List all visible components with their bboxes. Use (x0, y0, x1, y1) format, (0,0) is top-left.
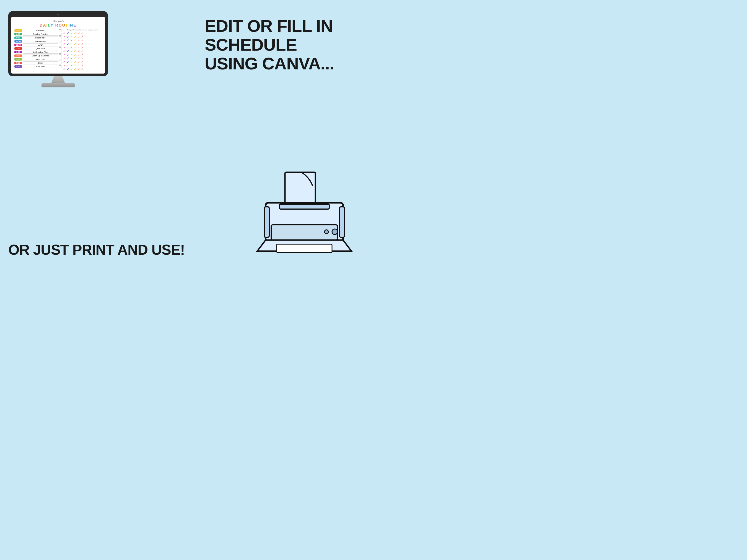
table-row: 9:00 Snack Time (15, 36, 61, 39)
monitor-screen: Charlotte's DAILY ROUTINE 7:00 Breakfast (11, 17, 105, 74)
time-badge: 8:00 (15, 33, 22, 35)
check-mark: ✓ (77, 46, 80, 49)
check-mark: ✓ (63, 43, 66, 46)
activity-cell: Breakfast (23, 29, 58, 32)
time-badge: 2:00 (15, 51, 22, 53)
table-row: 3:00 Clean Up & Chores (15, 54, 61, 57)
activity-cell: Reading Practice (23, 33, 58, 36)
activity-cell: Bed Time (23, 65, 58, 68)
svg-rect-6 (339, 207, 344, 237)
edit-title-line1: EDiT OR FiLL iN SCHEDULE (205, 16, 333, 54)
check-mark: ✓ (70, 68, 73, 71)
check-mark: ✓ (63, 57, 66, 60)
check-mark: ✓ (63, 64, 66, 67)
time-badge: 3:00 (15, 54, 22, 57)
monitor-stand (8, 76, 108, 83)
check-mark: ✓ (74, 39, 76, 42)
check-mark: ✓ (74, 35, 76, 38)
table-row: 2:00 Art/Creative Play (15, 51, 61, 54)
check-mark: ✓ (70, 35, 73, 38)
schedule-table: 7:00 Breakfast 8:00 Reading Practice 9:0… (15, 29, 61, 71)
check-mark: ✓ (70, 53, 73, 56)
check-mark: ✓ (70, 60, 73, 63)
monitor-stand-neck (51, 76, 65, 83)
table-row: 7:00 Breakfast (15, 29, 61, 32)
check-mark: ✓ (63, 35, 66, 38)
check-mark: ✓ (70, 46, 73, 49)
check-mark: ✓ (81, 32, 83, 35)
check-mark: ✓ (70, 57, 73, 60)
check-mark: ✓ (74, 50, 76, 53)
check-mark: ✓ (67, 46, 69, 49)
time-badge: 1:00 (15, 47, 22, 50)
table-row: 5:30 Dinner (15, 61, 61, 64)
check-mark: ✓ (70, 50, 73, 53)
check-mark: ✓ (70, 39, 73, 42)
printer-svg (249, 169, 360, 275)
edit-fill-title: EDiT OR FiLL iN SCHEDULE USiNG CANVA... (205, 17, 365, 73)
check-mark: ✓ (63, 32, 66, 35)
check-column-red: ✓ ✓ ✓ ✓ ✓ ✓ ✓ ✓ ✓ ✓ ✓ (81, 32, 83, 71)
check-mark: ✓ (74, 46, 76, 49)
check-mark: ✓ (70, 32, 73, 35)
checkbox-cell (59, 51, 61, 54)
check-mark: ✓ (81, 39, 83, 42)
time-badge: 7:00 (15, 29, 22, 32)
print-use-text-section: OR JUST PRiNT AND USE! (8, 241, 185, 258)
check-mark: ✓ (77, 35, 80, 38)
checkbox-cell (59, 44, 61, 47)
check-mark: ✓ (70, 43, 73, 46)
check-mark: ✓ (81, 60, 83, 63)
checkbox-cell (59, 58, 61, 61)
check-mark: ✓ (63, 46, 66, 49)
svg-rect-0 (285, 172, 315, 206)
svg-point-7 (332, 229, 337, 235)
check-mark: ✓ (63, 39, 66, 42)
activity-cell: Quiet Time (23, 47, 58, 50)
activity-cell: Lunch (23, 44, 58, 47)
table-row: 8:00 Bed Time (15, 65, 61, 68)
check-mark: ✓ (77, 60, 80, 63)
svg-point-8 (325, 230, 328, 234)
checkbox-cell (59, 36, 61, 39)
check-column-pink: ✓ ✓ ✓ ✓ ✓ ✓ ✓ ✓ ✓ ✓ ✓ (63, 32, 66, 71)
check-mark: ✓ (81, 64, 83, 67)
check-mark: ✓ (63, 68, 66, 71)
check-mark: ✓ (74, 43, 76, 46)
check-mark: ✓ (70, 64, 73, 67)
check-mark: ✓ (77, 64, 80, 67)
activity-cell: Dinner (23, 61, 58, 64)
check-mark: ✓ (81, 46, 83, 49)
check-mark: ✓ (67, 35, 69, 38)
check-mark: ✓ (77, 68, 80, 71)
checkbox-cell (59, 62, 61, 64)
check-mark: ✓ (74, 64, 76, 67)
check-mark: ✓ (74, 57, 76, 60)
checkbox-cell (59, 29, 61, 32)
check-mark: ✓ (63, 53, 66, 56)
activity-cell: Snack Time (23, 36, 58, 39)
monitor-stand-base-wrapper (8, 83, 108, 87)
check-mark: ✓ (67, 57, 69, 60)
time-badge: 12:00 (15, 44, 22, 46)
checkmarks-header: Just print and cut out to use on your ch… (63, 29, 102, 31)
checkbox-cell (59, 40, 61, 43)
check-mark: ✓ (77, 53, 80, 56)
check-mark: ✓ (77, 43, 80, 46)
monitor-stand-base (42, 83, 75, 87)
monitor-outer-frame: Charlotte's DAILY ROUTINE 7:00 Breakfast (8, 11, 108, 76)
monitor-display: Charlotte's DAILY ROUTINE 7:00 Breakfast (8, 11, 108, 87)
check-mark: ✓ (81, 50, 83, 53)
edit-title-line2: USiNG CANVA... (205, 54, 334, 73)
check-mark: ✓ (81, 43, 83, 46)
checkbox-cell (59, 54, 61, 57)
activity-cell: Art/Creative Play (23, 51, 58, 54)
check-mark: ✓ (67, 39, 69, 42)
screen-name: Charlotte's (15, 20, 102, 22)
time-badge: 5:30 (15, 62, 22, 64)
svg-rect-5 (264, 207, 269, 237)
check-mark: ✓ (74, 32, 76, 35)
monitor-camera (57, 14, 59, 16)
table-row: 12:00 Lunch (15, 44, 61, 47)
activity-cell: Play Outside (23, 40, 58, 43)
